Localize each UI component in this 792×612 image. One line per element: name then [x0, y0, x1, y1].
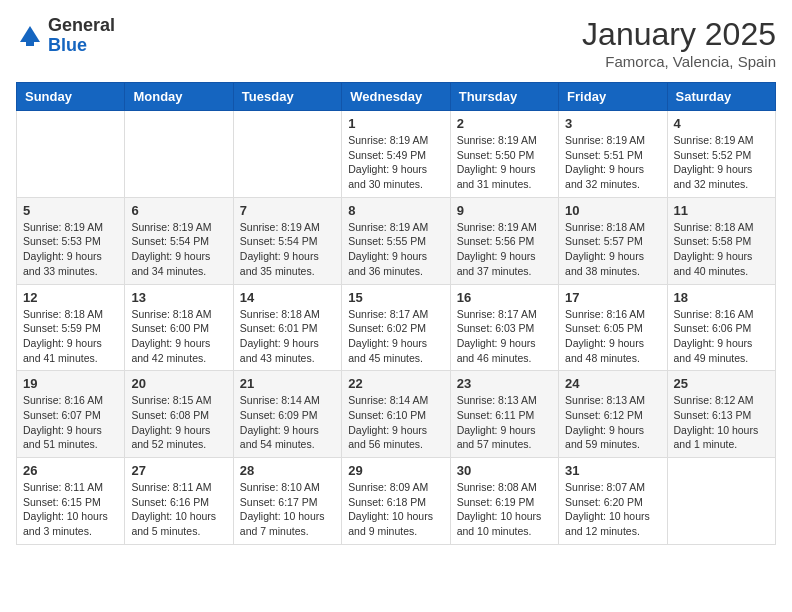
day-info: Sunrise: 8:19 AM Sunset: 5:49 PM Dayligh… [348, 133, 443, 192]
weekday-header: Thursday [450, 83, 558, 111]
weekday-header: Monday [125, 83, 233, 111]
calendar-cell: 1Sunrise: 8:19 AM Sunset: 5:49 PM Daylig… [342, 111, 450, 198]
day-info: Sunrise: 8:19 AM Sunset: 5:56 PM Dayligh… [457, 220, 552, 279]
day-info: Sunrise: 8:19 AM Sunset: 5:52 PM Dayligh… [674, 133, 769, 192]
day-number: 14 [240, 290, 335, 305]
calendar-cell: 30Sunrise: 8:08 AM Sunset: 6:19 PM Dayli… [450, 458, 558, 545]
calendar-cell: 2Sunrise: 8:19 AM Sunset: 5:50 PM Daylig… [450, 111, 558, 198]
svg-rect-1 [26, 40, 34, 46]
page-header: General Blue January 2025 Famorca, Valen… [16, 16, 776, 70]
calendar-cell: 3Sunrise: 8:19 AM Sunset: 5:51 PM Daylig… [559, 111, 667, 198]
day-number: 19 [23, 376, 118, 391]
day-number: 15 [348, 290, 443, 305]
logo-blue: Blue [48, 35, 87, 55]
day-number: 6 [131, 203, 226, 218]
day-info: Sunrise: 8:19 AM Sunset: 5:55 PM Dayligh… [348, 220, 443, 279]
day-info: Sunrise: 8:17 AM Sunset: 6:03 PM Dayligh… [457, 307, 552, 366]
calendar-cell: 20Sunrise: 8:15 AM Sunset: 6:08 PM Dayli… [125, 371, 233, 458]
day-info: Sunrise: 8:19 AM Sunset: 5:53 PM Dayligh… [23, 220, 118, 279]
day-number: 18 [674, 290, 769, 305]
day-number: 21 [240, 376, 335, 391]
calendar-cell: 24Sunrise: 8:13 AM Sunset: 6:12 PM Dayli… [559, 371, 667, 458]
day-info: Sunrise: 8:14 AM Sunset: 6:10 PM Dayligh… [348, 393, 443, 452]
day-number: 10 [565, 203, 660, 218]
day-info: Sunrise: 8:15 AM Sunset: 6:08 PM Dayligh… [131, 393, 226, 452]
calendar-cell [125, 111, 233, 198]
calendar-cell: 7Sunrise: 8:19 AM Sunset: 5:54 PM Daylig… [233, 197, 341, 284]
calendar-cell: 12Sunrise: 8:18 AM Sunset: 5:59 PM Dayli… [17, 284, 125, 371]
weekday-header: Wednesday [342, 83, 450, 111]
day-number: 26 [23, 463, 118, 478]
calendar-cell: 6Sunrise: 8:19 AM Sunset: 5:54 PM Daylig… [125, 197, 233, 284]
calendar-cell: 18Sunrise: 8:16 AM Sunset: 6:06 PM Dayli… [667, 284, 775, 371]
weekday-header: Tuesday [233, 83, 341, 111]
day-info: Sunrise: 8:19 AM Sunset: 5:54 PM Dayligh… [131, 220, 226, 279]
logo-general: General [48, 15, 115, 35]
day-info: Sunrise: 8:19 AM Sunset: 5:51 PM Dayligh… [565, 133, 660, 192]
day-number: 7 [240, 203, 335, 218]
month-title: January 2025 [582, 16, 776, 53]
calendar-cell: 25Sunrise: 8:12 AM Sunset: 6:13 PM Dayli… [667, 371, 775, 458]
day-info: Sunrise: 8:16 AM Sunset: 6:07 PM Dayligh… [23, 393, 118, 452]
calendar-cell: 14Sunrise: 8:18 AM Sunset: 6:01 PM Dayli… [233, 284, 341, 371]
weekday-header: Sunday [17, 83, 125, 111]
day-number: 4 [674, 116, 769, 131]
weekday-header: Saturday [667, 83, 775, 111]
calendar-cell: 5Sunrise: 8:19 AM Sunset: 5:53 PM Daylig… [17, 197, 125, 284]
day-number: 8 [348, 203, 443, 218]
day-info: Sunrise: 8:11 AM Sunset: 6:15 PM Dayligh… [23, 480, 118, 539]
calendar-cell: 31Sunrise: 8:07 AM Sunset: 6:20 PM Dayli… [559, 458, 667, 545]
day-number: 5 [23, 203, 118, 218]
day-number: 17 [565, 290, 660, 305]
day-number: 16 [457, 290, 552, 305]
day-info: Sunrise: 8:07 AM Sunset: 6:20 PM Dayligh… [565, 480, 660, 539]
day-info: Sunrise: 8:08 AM Sunset: 6:19 PM Dayligh… [457, 480, 552, 539]
calendar-week-row: 26Sunrise: 8:11 AM Sunset: 6:15 PM Dayli… [17, 458, 776, 545]
calendar-week-row: 5Sunrise: 8:19 AM Sunset: 5:53 PM Daylig… [17, 197, 776, 284]
calendar-cell: 28Sunrise: 8:10 AM Sunset: 6:17 PM Dayli… [233, 458, 341, 545]
calendar-cell [667, 458, 775, 545]
calendar-cell: 16Sunrise: 8:17 AM Sunset: 6:03 PM Dayli… [450, 284, 558, 371]
day-info: Sunrise: 8:13 AM Sunset: 6:12 PM Dayligh… [565, 393, 660, 452]
logo-text: General Blue [48, 16, 115, 56]
calendar-week-row: 19Sunrise: 8:16 AM Sunset: 6:07 PM Dayli… [17, 371, 776, 458]
calendar-week-row: 12Sunrise: 8:18 AM Sunset: 5:59 PM Dayli… [17, 284, 776, 371]
day-number: 13 [131, 290, 226, 305]
calendar-cell: 10Sunrise: 8:18 AM Sunset: 5:57 PM Dayli… [559, 197, 667, 284]
calendar-cell: 23Sunrise: 8:13 AM Sunset: 6:11 PM Dayli… [450, 371, 558, 458]
calendar-cell: 13Sunrise: 8:18 AM Sunset: 6:00 PM Dayli… [125, 284, 233, 371]
day-info: Sunrise: 8:13 AM Sunset: 6:11 PM Dayligh… [457, 393, 552, 452]
calendar-cell: 4Sunrise: 8:19 AM Sunset: 5:52 PM Daylig… [667, 111, 775, 198]
calendar-cell: 29Sunrise: 8:09 AM Sunset: 6:18 PM Dayli… [342, 458, 450, 545]
calendar-cell [17, 111, 125, 198]
day-number: 9 [457, 203, 552, 218]
day-info: Sunrise: 8:18 AM Sunset: 6:01 PM Dayligh… [240, 307, 335, 366]
day-info: Sunrise: 8:10 AM Sunset: 6:17 PM Dayligh… [240, 480, 335, 539]
day-number: 31 [565, 463, 660, 478]
title-block: January 2025 Famorca, Valencia, Spain [582, 16, 776, 70]
day-info: Sunrise: 8:19 AM Sunset: 5:50 PM Dayligh… [457, 133, 552, 192]
calendar-cell: 21Sunrise: 8:14 AM Sunset: 6:09 PM Dayli… [233, 371, 341, 458]
day-number: 22 [348, 376, 443, 391]
logo-icon [16, 22, 44, 50]
day-info: Sunrise: 8:16 AM Sunset: 6:06 PM Dayligh… [674, 307, 769, 366]
day-info: Sunrise: 8:18 AM Sunset: 5:59 PM Dayligh… [23, 307, 118, 366]
day-info: Sunrise: 8:18 AM Sunset: 5:58 PM Dayligh… [674, 220, 769, 279]
calendar: SundayMondayTuesdayWednesdayThursdayFrid… [16, 82, 776, 545]
day-info: Sunrise: 8:12 AM Sunset: 6:13 PM Dayligh… [674, 393, 769, 452]
day-info: Sunrise: 8:17 AM Sunset: 6:02 PM Dayligh… [348, 307, 443, 366]
weekday-header-row: SundayMondayTuesdayWednesdayThursdayFrid… [17, 83, 776, 111]
day-info: Sunrise: 8:19 AM Sunset: 5:54 PM Dayligh… [240, 220, 335, 279]
svg-marker-0 [20, 26, 40, 42]
day-number: 28 [240, 463, 335, 478]
day-number: 3 [565, 116, 660, 131]
calendar-cell: 15Sunrise: 8:17 AM Sunset: 6:02 PM Dayli… [342, 284, 450, 371]
calendar-cell: 27Sunrise: 8:11 AM Sunset: 6:16 PM Dayli… [125, 458, 233, 545]
weekday-header: Friday [559, 83, 667, 111]
day-number: 24 [565, 376, 660, 391]
calendar-cell: 19Sunrise: 8:16 AM Sunset: 6:07 PM Dayli… [17, 371, 125, 458]
day-number: 30 [457, 463, 552, 478]
calendar-cell: 17Sunrise: 8:16 AM Sunset: 6:05 PM Dayli… [559, 284, 667, 371]
day-number: 27 [131, 463, 226, 478]
day-number: 1 [348, 116, 443, 131]
